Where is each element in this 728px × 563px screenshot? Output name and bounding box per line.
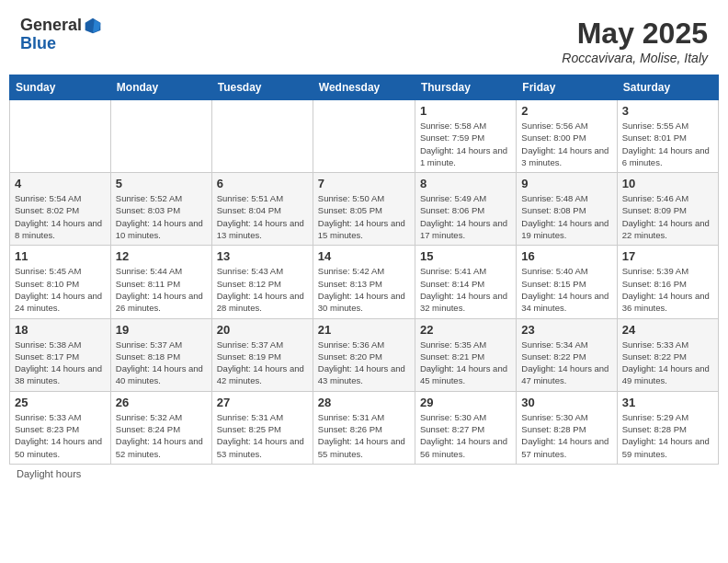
day-number: 4 [15,177,106,190]
day-number: 28 [318,396,410,409]
day-cell: 2Sunrise: 5:56 AM Sunset: 8:00 PM Daylig… [517,100,617,173]
day-number: 24 [622,323,713,337]
day-number: 15 [420,249,511,263]
day-cell [110,100,211,173]
day-info: Sunrise: 5:40 AM Sunset: 8:15 PM Dayligh… [521,265,611,314]
day-number: 13 [217,249,308,263]
day-number: 7 [318,177,410,190]
day-cell: 20Sunrise: 5:37 AM Sunset: 8:19 PM Dayli… [211,318,313,391]
day-cell: 14Sunrise: 5:42 AM Sunset: 8:13 PM Dayli… [313,246,415,318]
day-cell: 26Sunrise: 5:32 AM Sunset: 8:24 PM Dayli… [110,391,211,464]
title-section: May 2025 Roccavivara, Molise, Italy [562,17,708,65]
logo-blue-text: Blue [20,34,56,52]
day-info: Sunrise: 5:44 AM Sunset: 8:11 PM Dayligh… [116,265,207,314]
day-cell: 10Sunrise: 5:46 AM Sunset: 8:09 PM Dayli… [617,173,718,246]
day-info: Sunrise: 5:37 AM Sunset: 8:19 PM Dayligh… [217,339,308,387]
day-cell: 15Sunrise: 5:41 AM Sunset: 8:14 PM Dayli… [415,246,516,318]
day-number: 5 [116,177,207,190]
day-cell: 13Sunrise: 5:43 AM Sunset: 8:12 PM Dayli… [211,246,313,318]
day-cell: 11Sunrise: 5:45 AM Sunset: 8:10 PM Dayli… [10,246,111,318]
day-cell: 25Sunrise: 5:33 AM Sunset: 8:23 PM Dayli… [10,391,111,464]
day-info: Sunrise: 5:34 AM Sunset: 8:22 PM Dayligh… [521,339,611,387]
day-number: 19 [116,323,207,337]
day-cell: 7Sunrise: 5:50 AM Sunset: 8:05 PM Daylig… [313,173,415,246]
day-number: 16 [521,249,611,263]
day-cell: 18Sunrise: 5:38 AM Sunset: 8:17 PM Dayli… [10,318,111,391]
day-info: Sunrise: 5:49 AM Sunset: 8:06 PM Dayligh… [420,192,511,241]
day-cell: 19Sunrise: 5:37 AM Sunset: 8:18 PM Dayli… [110,318,211,391]
day-number: 1 [420,104,511,118]
day-cell [10,100,111,173]
day-info: Sunrise: 5:33 AM Sunset: 8:22 PM Dayligh… [622,339,713,387]
day-number: 14 [318,249,410,263]
day-info: Sunrise: 5:35 AM Sunset: 8:21 PM Dayligh… [420,339,511,387]
day-info: Sunrise: 5:39 AM Sunset: 8:16 PM Dayligh… [622,265,713,314]
day-number: 11 [15,249,106,263]
calendar-header-row: SundayMondayTuesdayWednesdayThursdayFrid… [10,75,719,100]
day-info: Sunrise: 5:38 AM Sunset: 8:17 PM Dayligh… [15,339,106,387]
week-row-5: 25Sunrise: 5:33 AM Sunset: 8:23 PM Dayli… [10,391,719,464]
day-info: Sunrise: 5:36 AM Sunset: 8:20 PM Dayligh… [318,339,410,387]
day-number: 17 [622,249,713,263]
day-info: Sunrise: 5:30 AM Sunset: 8:28 PM Dayligh… [521,411,611,460]
day-info: Sunrise: 5:32 AM Sunset: 8:24 PM Dayligh… [116,411,207,460]
day-number: 6 [217,177,308,190]
day-info: Sunrise: 5:29 AM Sunset: 8:28 PM Dayligh… [622,411,713,460]
day-number: 31 [622,396,713,409]
day-number: 18 [15,323,106,337]
column-header-sunday: Sunday [10,75,111,100]
week-row-1: 1Sunrise: 5:58 AM Sunset: 7:59 PM Daylig… [10,100,719,173]
logo: General Blue [20,17,102,53]
day-info: Sunrise: 5:45 AM Sunset: 8:10 PM Dayligh… [15,265,106,314]
day-number: 2 [521,104,611,118]
day-number: 25 [15,396,106,409]
day-number: 3 [622,104,713,118]
location: Roccavivara, Molise, Italy [562,51,708,65]
legend: Daylight hours [9,465,719,483]
day-info: Sunrise: 5:42 AM Sunset: 8:13 PM Dayligh… [318,265,410,314]
day-info: Sunrise: 5:37 AM Sunset: 8:18 PM Dayligh… [116,339,207,387]
day-cell: 6Sunrise: 5:51 AM Sunset: 8:04 PM Daylig… [211,173,313,246]
day-number: 10 [622,177,713,190]
day-cell: 12Sunrise: 5:44 AM Sunset: 8:11 PM Dayli… [110,246,211,318]
day-cell: 21Sunrise: 5:36 AM Sunset: 8:20 PM Dayli… [313,318,415,391]
day-number: 12 [116,249,207,263]
column-header-tuesday: Tuesday [211,75,313,100]
day-cell [211,100,313,173]
day-info: Sunrise: 5:31 AM Sunset: 8:25 PM Dayligh… [217,411,308,460]
day-number: 8 [420,177,511,190]
day-cell: 3Sunrise: 5:55 AM Sunset: 8:01 PM Daylig… [617,100,718,173]
day-info: Sunrise: 5:31 AM Sunset: 8:26 PM Dayligh… [318,411,410,460]
column-header-thursday: Thursday [415,75,516,100]
day-cell: 1Sunrise: 5:58 AM Sunset: 7:59 PM Daylig… [415,100,516,173]
day-cell: 28Sunrise: 5:31 AM Sunset: 8:26 PM Dayli… [313,391,415,464]
day-cell: 9Sunrise: 5:48 AM Sunset: 8:08 PM Daylig… [517,173,617,246]
day-cell [313,100,415,173]
column-header-friday: Friday [517,75,617,100]
day-info: Sunrise: 5:54 AM Sunset: 8:02 PM Dayligh… [15,192,106,241]
day-info: Sunrise: 5:46 AM Sunset: 8:09 PM Dayligh… [622,192,713,241]
header: General Blue May 2025 Roccavivara, Molis… [9,9,719,69]
day-info: Sunrise: 5:33 AM Sunset: 8:23 PM Dayligh… [15,411,106,460]
day-info: Sunrise: 5:58 AM Sunset: 7:59 PM Dayligh… [420,120,511,168]
day-cell: 29Sunrise: 5:30 AM Sunset: 8:27 PM Dayli… [415,391,516,464]
day-cell: 24Sunrise: 5:33 AM Sunset: 8:22 PM Dayli… [617,318,718,391]
week-row-3: 11Sunrise: 5:45 AM Sunset: 8:10 PM Dayli… [10,246,719,318]
day-cell: 5Sunrise: 5:52 AM Sunset: 8:03 PM Daylig… [110,173,211,246]
logo-general-text: General [20,17,82,35]
day-info: Sunrise: 5:51 AM Sunset: 8:04 PM Dayligh… [217,192,308,241]
day-info: Sunrise: 5:41 AM Sunset: 8:14 PM Dayligh… [420,265,511,314]
day-info: Sunrise: 5:56 AM Sunset: 8:00 PM Dayligh… [521,120,611,168]
column-header-monday: Monday [110,75,211,100]
day-number: 29 [420,396,511,409]
day-number: 21 [318,323,410,337]
week-row-4: 18Sunrise: 5:38 AM Sunset: 8:17 PM Dayli… [10,318,719,391]
day-cell: 8Sunrise: 5:49 AM Sunset: 8:06 PM Daylig… [415,173,516,246]
day-cell: 16Sunrise: 5:40 AM Sunset: 8:15 PM Dayli… [517,246,617,318]
day-cell: 31Sunrise: 5:29 AM Sunset: 8:28 PM Dayli… [617,391,718,464]
day-info: Sunrise: 5:52 AM Sunset: 8:03 PM Dayligh… [116,192,207,241]
day-info: Sunrise: 5:50 AM Sunset: 8:05 PM Dayligh… [318,192,410,241]
day-cell: 23Sunrise: 5:34 AM Sunset: 8:22 PM Dayli… [517,318,617,391]
column-header-wednesday: Wednesday [313,75,415,100]
day-number: 9 [521,177,611,190]
